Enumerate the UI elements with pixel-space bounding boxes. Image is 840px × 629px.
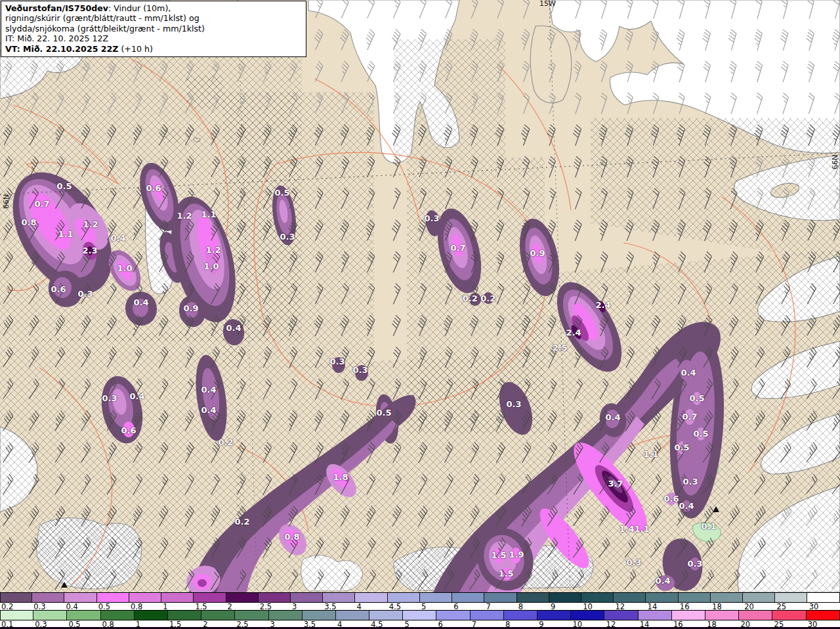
- legend-cell: [403, 611, 436, 620]
- legend-cell: [0, 593, 32, 602]
- legend-cell: [97, 593, 129, 602]
- legend-cell: [33, 611, 67, 620]
- legend-cell: [168, 611, 201, 620]
- legend-cell: [743, 593, 775, 602]
- legend-cell: [259, 593, 291, 602]
- legend-cell: [201, 611, 235, 620]
- legend-bar-rain: [0, 610, 840, 620]
- legend-cell: [194, 593, 226, 602]
- title-line-5: VT: Mið. 22.10.2025 22Z (+10 h): [5, 44, 302, 54]
- legend-cell: [807, 611, 840, 620]
- legend-cell: [303, 611, 336, 620]
- legend-cell: [646, 593, 678, 602]
- legend-cell: [484, 593, 516, 602]
- legend-cell: [235, 611, 268, 620]
- title-line-3: slydda/snjókoma (grátt/bleikt/grænt - mm…: [5, 24, 302, 33]
- legend-cell: [517, 593, 549, 602]
- legend-cell: [739, 611, 772, 620]
- legend-cell: [571, 611, 604, 620]
- title-line-4: IT: Mið. 22. 10. 2025 12Z: [5, 33, 302, 43]
- legend-cell: [772, 611, 806, 620]
- legend-cell: [807, 593, 839, 602]
- legend-cell: [711, 593, 743, 602]
- weather-map-app: 0.50.70.81.11.22.30.41.00.60.30.30.40.60…: [0, 0, 840, 629]
- map-area: 0.50.70.81.11.22.30.41.00.60.30.30.40.60…: [0, 0, 840, 592]
- product-name: Veðurstofan/IS750dev: [5, 3, 108, 13]
- hatch-layer: [0, 39, 840, 592]
- title-line-2: rigning/skúrir (grænt/blátt/rautt - mm/1…: [5, 13, 302, 23]
- legend-cell: [549, 593, 581, 602]
- legend-cell: [614, 593, 646, 602]
- legend-cell: [226, 593, 259, 602]
- legend-cell: [0, 611, 33, 620]
- title-box: Veðurstofan/IS750dev: Vindur (10m), rign…: [1, 1, 306, 57]
- legend-cell: [672, 611, 705, 620]
- title-line-1: Veðurstofan/IS750dev: Vindur (10m),: [5, 3, 302, 13]
- legend-cell: [129, 593, 161, 602]
- legend-cell: [269, 611, 303, 620]
- legend-cell: [775, 593, 807, 602]
- legend-cell: [355, 593, 387, 602]
- legend-cell: [581, 593, 614, 602]
- legend-cell: [336, 611, 369, 620]
- legend-cell: [135, 611, 168, 620]
- legend-bar-sleet: [0, 592, 840, 603]
- legend-cell: [452, 593, 484, 602]
- valid-time: VT: Mið. 22.10.2025 22Z: [5, 44, 118, 54]
- legend-labels-sleet: 0.20.30.40.50.811.522.533.544.5567891012…: [0, 603, 840, 610]
- legend-cell: [67, 611, 100, 620]
- legend-cell: [537, 611, 571, 620]
- legend-cell: [504, 611, 537, 620]
- legend-cell: [639, 611, 672, 620]
- legend-cell: [679, 593, 711, 602]
- legend-cell: [161, 593, 194, 602]
- legend-cell: [323, 593, 355, 602]
- legend-cell: [604, 611, 638, 620]
- legend-cell: [64, 593, 96, 602]
- legend-cell: [291, 593, 323, 602]
- legend-cell: [420, 593, 452, 602]
- legend-cell: [32, 593, 64, 602]
- legend-cell: [388, 593, 420, 602]
- map-canvas: [0, 0, 840, 592]
- legend-cell: [436, 611, 470, 620]
- legend: 0.20.30.40.50.811.522.533.544.5567891012…: [0, 592, 840, 629]
- legend-cell: [705, 611, 739, 620]
- legend-cell: [101, 611, 135, 620]
- legend-cell: [369, 611, 403, 620]
- legend-cell: [471, 611, 504, 620]
